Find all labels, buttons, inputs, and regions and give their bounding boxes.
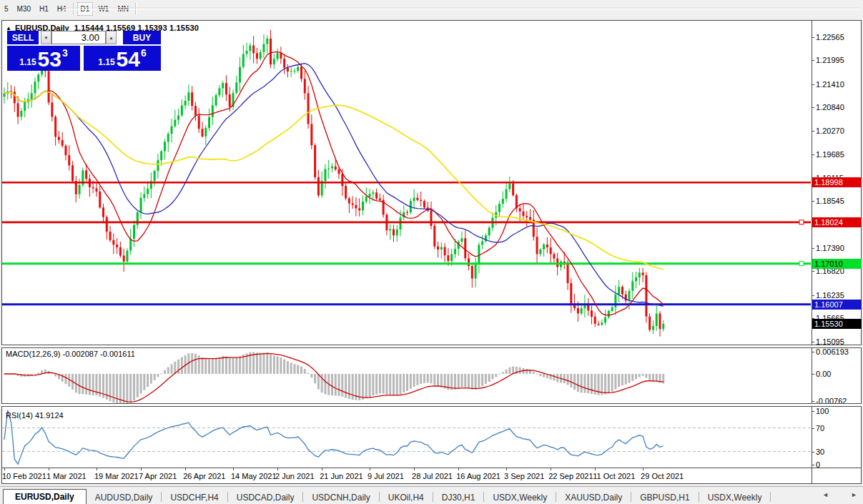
macd-histogram-bar — [587, 374, 589, 393]
macd-histogram-bar — [109, 374, 112, 401]
sell-price-panel[interactable]: 1.15 53 3 — [7, 46, 80, 71]
symbol-tab-usdcnh-daily[interactable]: USDCNH,Daily — [303, 490, 378, 504]
candle-body — [512, 184, 514, 196]
macd-histogram-bar — [481, 374, 483, 386]
timeframe-button-m30[interactable]: M30 — [14, 2, 34, 16]
candle-body — [423, 201, 425, 207]
sell-button[interactable]: SELL — [7, 31, 39, 44]
candle-body — [638, 272, 641, 277]
candle-body — [631, 281, 633, 291]
candle-body — [310, 124, 312, 145]
candle-body — [628, 291, 631, 300]
candle-body — [17, 103, 19, 117]
buy-button[interactable]: BUY — [123, 31, 161, 44]
macd-histogram-bar — [506, 370, 508, 374]
candle-body — [362, 202, 364, 210]
candle-body — [460, 238, 463, 242]
volume-input[interactable] — [51, 31, 106, 44]
candle-body — [430, 211, 433, 226]
candle-body — [143, 194, 145, 197]
symbol-tab-ukoil-h4[interactable]: UKOil,H4 — [380, 490, 433, 504]
macd-histogram-bar — [126, 374, 128, 403]
macd-histogram-bar — [273, 355, 275, 374]
date-axis-label: 19 Mar 2021 — [94, 472, 139, 480]
candle-body — [252, 45, 255, 53]
price-axis-tick — [812, 201, 814, 202]
rsi-axis-tick — [812, 452, 814, 453]
macd-histogram-bar — [379, 374, 381, 393]
candle-body — [290, 71, 292, 71]
macd-histogram-bar — [345, 374, 347, 398]
macd-histogram-bar — [383, 374, 385, 394]
candle-body — [277, 53, 279, 59]
macd-histogram-bar — [464, 374, 466, 387]
tab-scroll-left-icon[interactable]: ◄ — [822, 491, 829, 498]
candle-body — [239, 67, 241, 83]
symbol-tab-gbpusd-h1[interactable]: GBPUSD,H1 — [631, 490, 698, 504]
buy-price-panel[interactable]: 1.15 54 6 — [84, 46, 161, 71]
candle-body — [246, 51, 248, 54]
tab-scroll-right-icon[interactable]: ► — [851, 491, 857, 498]
symbol-tab-usdx-weekly[interactable]: USDX,Weekly — [699, 490, 771, 504]
date-axis-tick — [233, 468, 234, 470]
candle-body — [160, 151, 162, 160]
symbol-tab-eurusd-daily[interactable]: EURUSD,Daily — [3, 489, 87, 504]
macd-axis-tick — [812, 352, 814, 352]
candle-body — [659, 314, 661, 330]
macd-histogram-bar — [208, 359, 210, 374]
candle-body — [608, 311, 610, 317]
macd-histogram-bar — [372, 374, 374, 395]
date-axis-tick — [506, 468, 507, 470]
volume-decrease-button[interactable]: ▼ — [41, 31, 51, 44]
symbol-tab-xauusd-daily[interactable]: XAUUSD,Daily — [556, 490, 631, 504]
macd-histogram-bar — [129, 374, 132, 403]
timeframe-button-5[interactable]: 5 — [1, 2, 12, 16]
candle-body — [61, 140, 64, 146]
symbol-tab-usdcad-daily[interactable]: USDCAD,Daily — [228, 490, 303, 504]
macd-histogram-bar — [608, 374, 610, 393]
macd-histogram-bar — [225, 356, 227, 374]
symbol-tab-audusd-daily[interactable]: AUDUSD,Daily — [87, 490, 162, 504]
macd-histogram-bar — [154, 374, 156, 380]
candle-body — [341, 174, 343, 186]
price-axis-tick — [812, 131, 814, 132]
candle-body — [591, 310, 593, 317]
volume-increase-button[interactable]: ▲ — [106, 31, 117, 44]
macd-histogram-bar — [563, 374, 566, 383]
candle-body — [208, 117, 210, 128]
macd-histogram-bar — [331, 374, 333, 395]
macd-histogram-bar — [385, 374, 388, 395]
candle-body — [508, 184, 511, 189]
macd-histogram-bar — [649, 374, 651, 380]
mid-ma-line — [4, 64, 664, 307]
rsi-panel[interactable] — [2, 407, 811, 468]
date-axis-tick — [458, 468, 459, 470]
macd-histogram-bar — [242, 355, 245, 374]
price-axis-label: 1.18545 — [816, 197, 844, 205]
price-axis-label: 1.16235 — [816, 291, 844, 300]
timeframe-button-h1[interactable]: H1 — [36, 2, 52, 16]
price-axis-label: 1.21995 — [816, 56, 844, 64]
panel-divider-main-macd[interactable] — [1, 345, 862, 348]
candle-body — [635, 277, 637, 281]
macd-histogram-bar — [591, 374, 593, 394]
candle-body — [331, 167, 333, 168]
date-axis-tick — [414, 468, 415, 470]
candle-body — [498, 204, 500, 212]
macd-histogram-bar — [471, 374, 473, 390]
macd-histogram-bar — [502, 372, 504, 374]
candle-body — [212, 105, 214, 117]
symbol-tab-dj30-h1[interactable]: DJ30,H1 — [433, 490, 484, 504]
candle-body — [594, 317, 596, 324]
date-axis-label: 9 Jul 2021 — [368, 472, 404, 480]
symbol-tab-usdx-weekly[interactable]: USDX,Weekly — [484, 490, 556, 504]
symbol-tab-usdchf-h4[interactable]: USDCHF,H4 — [162, 490, 227, 504]
slow-ma-line — [4, 92, 664, 270]
candle-body — [335, 167, 337, 169]
candle-body — [126, 251, 128, 262]
macd-histogram-bar — [475, 374, 477, 390]
panel-divider-macd-rsi[interactable] — [1, 403, 862, 407]
candle-body — [355, 205, 357, 209]
macd-histogram-bar — [266, 352, 268, 374]
macd-histogram-bar — [406, 374, 408, 391]
